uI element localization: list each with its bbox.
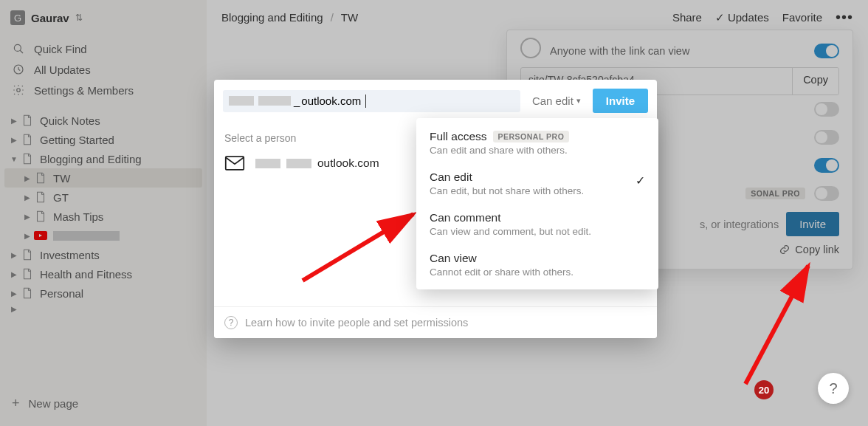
quick-find[interactable]: Quick Find: [4, 38, 202, 59]
page-investments[interactable]: ▶ Investments: [4, 245, 202, 264]
page-icon: [21, 152, 34, 165]
help-icon: ?: [224, 316, 238, 329]
page-icon: [21, 114, 34, 127]
more-menu-button[interactable]: •••: [836, 9, 853, 26]
person-email-suffix: outlook.com: [317, 157, 379, 170]
page-label: Health and Fitness: [40, 268, 132, 281]
perm-option-can-view[interactable]: Can view Cannot edit or share with other…: [416, 244, 658, 285]
favorite-button[interactable]: Favorite: [782, 11, 822, 24]
perm-option-can-edit[interactable]: Can edit Can edit, but not share with ot…: [416, 163, 658, 204]
perm-desc: Can edit, but not share with others.: [430, 185, 645, 196]
page-icon: [34, 171, 47, 185]
disclosure-icon[interactable]: ▶: [21, 229, 34, 242]
copy-url-button[interactable]: Copy: [792, 68, 838, 95]
svg-rect-4: [226, 157, 244, 170]
page-icon: [21, 286, 34, 300]
perm-desc: Can view and comment, but not edit.: [430, 226, 645, 237]
mail-icon: [224, 156, 245, 171]
perm-title: Can view: [430, 252, 477, 265]
perm-option-can-comment[interactable]: Can comment Can view and comment, but no…: [416, 204, 658, 244]
permission-dropdown-trigger[interactable]: Can edit ▾: [528, 92, 585, 110]
share-web-toggle[interactable]: [814, 44, 839, 58]
toggle-2[interactable]: [814, 130, 839, 145]
workspace-avatar: G: [10, 10, 25, 25]
redacted-text: [229, 96, 254, 106]
perm-title: Can comment: [430, 211, 500, 224]
disclosure-icon[interactable]: ▶: [21, 171, 34, 185]
globe-icon: [520, 38, 541, 58]
page-label: Quick Notes: [40, 114, 100, 127]
share-panel-invite-button[interactable]: Invite: [786, 212, 839, 236]
sidebar: G Gaurav ⇅ Quick Find All Updates Settin…: [0, 0, 207, 426]
invite-button[interactable]: Invite: [593, 89, 648, 113]
page-truncated[interactable]: ▶: [4, 303, 202, 315]
redacted-text: [258, 96, 291, 106]
perm-desc: Can edit and share with others.: [430, 145, 645, 156]
perm-title: Can edit: [430, 171, 472, 184]
workspace-switcher[interactable]: G Gaurav ⇅: [4, 7, 202, 28]
disclosure-icon[interactable]: ▶: [7, 286, 21, 300]
page-getting-started[interactable]: ▶ Getting Started: [4, 130, 202, 149]
disclosure-icon[interactable]: ▶: [7, 267, 21, 281]
page-label: Getting Started: [40, 134, 114, 146]
redacted-text: [255, 159, 280, 168]
check-icon: ✓: [636, 174, 645, 188]
page-gt[interactable]: ▶ GT: [4, 188, 202, 207]
breadcrumb-current[interactable]: TW: [341, 11, 358, 24]
page-mash-tips[interactable]: ▶ Mash Tips: [4, 207, 202, 226]
workspace-name: Gaurav: [31, 12, 69, 24]
invite-help-link[interactable]: ? Learn how to invite people and set per…: [214, 306, 657, 338]
breadcrumb-sep: /: [331, 11, 334, 24]
page-icon: [34, 210, 47, 223]
disclosure-icon[interactable]: ▼: [7, 152, 21, 165]
breadcrumb[interactable]: Blogging and Editing / TW: [221, 11, 659, 24]
page-youtube-redacted[interactable]: ▶: [4, 226, 202, 245]
permission-dropdown: Full access PERSONAL PRO Can edit and sh…: [416, 118, 658, 289]
disclosure-icon[interactable]: ▶: [7, 133, 21, 146]
share-button[interactable]: Share: [672, 11, 702, 24]
page-label: Mash Tips: [53, 210, 103, 223]
help-fab[interactable]: ?: [818, 373, 849, 404]
perm-desc: Cannot edit or share with others.: [430, 267, 645, 278]
disclosure-icon[interactable]: ▶: [21, 190, 34, 204]
all-updates[interactable]: All Updates: [4, 59, 202, 80]
invite-email-input[interactable]: _ outlook.com: [223, 90, 520, 112]
disclosure-icon[interactable]: ▶: [7, 114, 21, 127]
page-blogging-editing[interactable]: ▼ Blogging and Editing: [4, 149, 202, 168]
page-quick-notes[interactable]: ▶ Quick Notes: [4, 111, 202, 130]
updates-button[interactable]: ✓ Updates: [715, 11, 769, 24]
page-label: Investments: [40, 249, 100, 261]
breadcrumb-parent[interactable]: Blogging and Editing: [221, 11, 323, 24]
toggle-3[interactable]: [814, 158, 839, 173]
pro-badge: PERSONAL PRO: [493, 131, 570, 142]
updates-label: Updates: [728, 11, 769, 24]
page-label: TW: [53, 172, 70, 185]
page-personal[interactable]: ▶ Personal: [4, 284, 202, 303]
search-icon: [12, 42, 25, 55]
page-tw[interactable]: ▶ TW: [4, 168, 202, 188]
disclosure-icon[interactable]: ▶: [7, 248, 21, 261]
toggle-4[interactable]: [814, 186, 839, 201]
settings-members[interactable]: Settings & Members: [4, 80, 202, 100]
email-suffix: outlook.com: [301, 95, 361, 107]
disclosure-icon[interactable]: ▶: [7, 303, 21, 315]
clock-icon: [12, 63, 25, 76]
disclosure-icon[interactable]: ▶: [21, 210, 34, 223]
redacted-text: [286, 159, 311, 168]
perm-option-full-access[interactable]: Full access PERSONAL PRO Can edit and sh…: [416, 123, 658, 163]
toggle-1[interactable]: [814, 102, 839, 117]
svg-point-0: [14, 44, 21, 51]
invite-modal: _ outlook.com Can edit ▾ Invite Select a…: [214, 80, 657, 338]
page-health[interactable]: ▶ Health and Fitness: [4, 264, 202, 284]
new-page-button[interactable]: + New page: [4, 388, 202, 419]
youtube-icon: [34, 231, 47, 240]
perm-title: Full access: [430, 130, 487, 143]
plus-icon: +: [12, 396, 20, 411]
page-label: Blogging and Editing: [40, 153, 142, 165]
quick-find-label: Quick Find: [34, 43, 87, 55]
notification-badge[interactable]: 20: [754, 380, 774, 399]
page-icon: [21, 248, 34, 261]
page-label: GT: [53, 191, 69, 204]
chevron-updown-icon: ⇅: [75, 13, 83, 23]
svg-line-1: [20, 50, 23, 53]
